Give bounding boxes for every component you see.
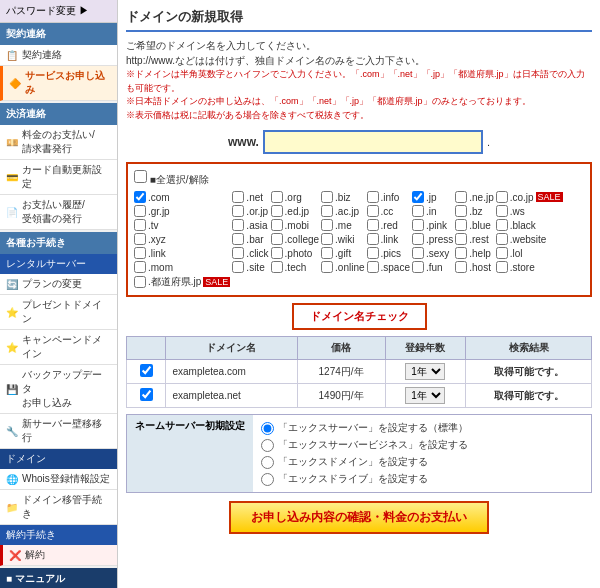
tld-checkbox-info[interactable] [367,191,379,203]
sidebar-item-present-domain[interactable]: ⭐ プレゼントドメイン [0,295,117,330]
tld-checkbox-bar[interactable] [232,233,244,245]
tld-checkbox-cojp[interactable] [496,191,508,203]
tld-checkbox-pics[interactable] [367,247,379,259]
tld-checkbox-pink[interactable] [412,219,424,231]
tld-checkbox-net[interactable] [232,191,244,203]
tld-checkbox-jp[interactable] [412,191,424,203]
document-icon: 📋 [6,50,18,61]
tld-checkbox-bz[interactable] [455,205,467,217]
tld-checkbox-prefecture[interactable] [134,276,146,288]
tld-checkbox-xyz[interactable] [134,233,146,245]
tld-checkbox-online[interactable] [321,261,333,273]
tld-checkbox-org[interactable] [271,191,283,203]
tld-checkbox-me[interactable] [321,219,333,231]
col-header-years: 登録年数 [385,337,465,360]
domain-input[interactable] [263,130,483,154]
tld-label-link2: .link [148,248,166,259]
tld-checkbox-com[interactable] [134,191,146,203]
tld-checkbox-link[interactable] [367,233,379,245]
tld-checkbox-grjp[interactable] [134,205,146,217]
sidebar-item-card[interactable]: 💳 カード自動更新設定 [0,160,117,195]
tld-checkbox-biz[interactable] [321,191,333,203]
nameserver-option-1[interactable]: 「エックスサーバー」を設定する（標準） [261,421,583,435]
sidebar-item-campaign[interactable]: ⭐ キャンペーンドメイン [0,330,117,365]
tld-checkbox-fun[interactable] [412,261,424,273]
nameserver-option-2[interactable]: 「エックスサーバービジネス」を設定する [261,438,583,452]
tld-item-gift: .gift [321,247,364,259]
tld-label-cc: .cc [381,206,394,217]
tld-checkbox-click[interactable] [232,247,244,259]
tld-item-black: .black [496,219,563,231]
tld-item-nejp: .ne.jp [455,191,493,203]
domain-check-button[interactable]: ドメイン名チェック [292,303,427,330]
nameserver-radio-2[interactable] [261,439,274,452]
tld-checkbox-tv[interactable] [134,219,146,231]
tld-checkbox-rest[interactable] [455,233,467,245]
tld-checkbox-orjp[interactable] [232,205,244,217]
tld-checkbox-photo[interactable] [271,247,283,259]
tld-item-edjp: .ed.jp [271,205,319,217]
nameserver-radio-4[interactable] [261,473,274,486]
tld-checkbox-space[interactable] [367,261,379,273]
tld-checkbox-in[interactable] [412,205,424,217]
domain-row-2-checkbox[interactable] [140,388,153,401]
tld-checkbox-sexy[interactable] [412,247,424,259]
tld-checkbox-college[interactable] [271,233,283,245]
nameserver-option-4[interactable]: 「エックスドライブ」を設定する [261,472,583,486]
tld-checkbox-edjp[interactable] [271,205,283,217]
sidebar-item-service-apply[interactable]: 🔶 サービスお申し込み [0,66,117,101]
tld-checkbox-blue[interactable] [455,219,467,231]
domain-row-1-checkbox[interactable] [140,364,153,377]
sidebar-item-plan-change[interactable]: 🔄 プランの変更 [0,274,117,295]
tld-label-space: .space [381,262,410,273]
tld-checkbox-help[interactable] [455,247,467,259]
tld-checkbox-gift[interactable] [321,247,333,259]
submit-button[interactable]: お申し込み内容の確認・料金のお支払い [229,501,489,534]
tld-label-link: .link [381,234,399,245]
col-header-price: 価格 [297,337,385,360]
tld-checkbox-link2[interactable] [134,247,146,259]
tld-checkbox-press[interactable] [412,233,424,245]
tld-checkbox-acjp[interactable] [321,205,333,217]
sidebar-item-cancel[interactable]: ❌ 解約 [0,545,117,566]
tld-label-fun: .fun [426,262,443,273]
tld-checkbox-nejp[interactable] [455,191,467,203]
tld-checkbox-site[interactable] [232,261,244,273]
main-content: ドメインの新規取得 ご希望のドメイン名を入力してください。 http://www… [118,0,600,588]
tld-checkbox-red[interactable] [367,219,379,231]
sidebar-top-item[interactable]: パスワード変更 ▶ [0,0,117,23]
tld-label-acjp: .ac.jp [335,206,359,217]
nameserver-radio-1[interactable] [261,422,274,435]
nameserver-option-1-label: 「エックスサーバー」を設定する（標準） [278,421,468,435]
tld-label-host: .host [469,262,491,273]
sidebar-item-whois[interactable]: 🌐 Whois登録情報設定 [0,469,117,490]
nameserver-option-3[interactable]: 「エックスドメイン」を設定する [261,455,583,469]
sidebar-item-contract[interactable]: 📋 契約連絡 [0,45,117,66]
sidebar-item-backup[interactable]: 💾 バックアップデータお申し込み [0,365,117,414]
tld-checkbox-cc[interactable] [367,205,379,217]
sidebar: パスワード変更 ▶ 契約連絡 📋 契約連絡 🔶 サービスお申し込み 決済連絡 💴… [0,0,118,588]
tld-checkbox-ws[interactable] [496,205,508,217]
sidebar-item-label: サービスお申し込み [25,69,111,97]
tld-item-online: .online [321,261,364,273]
tld-select-all[interactable] [134,170,147,183]
tld-checkbox-black[interactable] [496,219,508,231]
sidebar-item-domain-transfer[interactable]: 📁 ドメイン移管手続き [0,490,117,525]
row-years-select-2[interactable]: 1年 2年 3年 [405,387,445,404]
tld-checkbox-website[interactable] [496,233,508,245]
row-years-select-1[interactable]: 1年 2年 3年 [405,363,445,380]
nameserver-radio-3[interactable] [261,456,274,469]
tld-checkbox-host[interactable] [455,261,467,273]
history-icon: 📄 [6,207,18,218]
sidebar-item-server-migrate[interactable]: 🔧 新サーバー壁移移行 [0,414,117,449]
nameserver-options-area: 「エックスサーバー」を設定する（標準） 「エックスサーバービジネス」を設定する … [253,415,592,493]
tld-checkbox-asia[interactable] [232,219,244,231]
tld-checkbox-tech[interactable] [271,261,283,273]
tld-checkbox-lol[interactable] [496,247,508,259]
tld-checkbox-mom[interactable] [134,261,146,273]
tld-checkbox-store[interactable] [496,261,508,273]
tld-checkbox-mobi[interactable] [271,219,283,231]
sidebar-item-payment[interactable]: 💴 料金のお支払い/請求書発行 [0,125,117,160]
tld-checkbox-wiki[interactable] [321,233,333,245]
sidebar-item-history[interactable]: 📄 お支払い履歴/受領書の発行 [0,195,117,230]
